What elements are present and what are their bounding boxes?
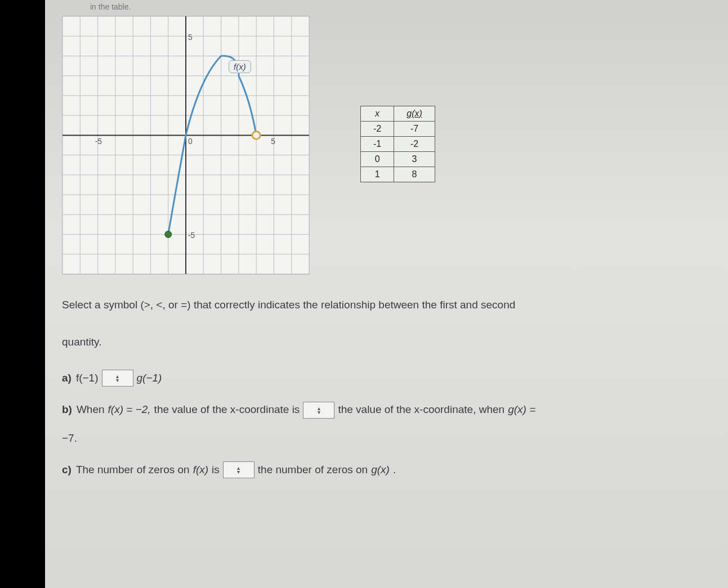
part-c-tail: .: [393, 461, 396, 478]
open-endpoint-icon: [252, 131, 260, 139]
x-tick-neg5: -5: [95, 137, 102, 146]
function-label-badge: f(x): [229, 60, 251, 73]
part-b-gx: g(x) =: [508, 401, 535, 418]
part-a-line: a) f(−1) ▴▾ g(−1): [62, 370, 711, 387]
part-b-label: b): [62, 401, 72, 418]
instruction-line-1: Select a symbol (>, <, or =) that correc…: [62, 291, 711, 318]
part-c-pre: The number of zeros on: [76, 461, 190, 478]
part-a-left: f(−1): [76, 370, 99, 387]
part-b-pre: When: [77, 401, 105, 418]
closed-endpoint-icon: [165, 231, 172, 238]
chevron-updown-icon: ▴▾: [116, 374, 119, 382]
x-tick-5: 5: [271, 137, 275, 146]
table-row: 1 8: [361, 167, 435, 182]
chevron-updown-icon: ▴▾: [318, 406, 320, 414]
worksheet-page: in the table.: [45, 0, 728, 588]
part-b-tail: −7.: [62, 430, 77, 447]
table-row: 0 3: [361, 152, 435, 167]
part-b-dropdown[interactable]: ▴▾: [303, 402, 334, 419]
part-b-mid1: the value of the x-coordinate is: [154, 401, 300, 418]
top-text-fragment: in the table.: [62, 0, 711, 16]
part-c-mid1: is: [212, 461, 220, 478]
y-tick-neg5: -5: [188, 231, 195, 240]
part-c-gx: g(x): [371, 461, 390, 478]
table-header-x: x: [361, 106, 394, 122]
part-a-dropdown[interactable]: ▴▾: [102, 370, 133, 387]
part-c-label: c): [62, 461, 72, 478]
g-function-table: x g(x) -2 -7 -1 -2 0 3 1 8: [360, 106, 435, 182]
part-b-line: b) When f(x) = −2, the value of the x-co…: [62, 401, 711, 418]
part-a-right: g(−1): [137, 370, 162, 387]
fx-curve: [168, 56, 256, 234]
part-b-tail-line: −7.: [62, 430, 711, 447]
instruction-line-2: quantity.: [62, 329, 711, 356]
part-c-mid2: the number of zeros on: [258, 461, 368, 478]
origin-label: 0: [188, 137, 193, 146]
chevron-updown-icon: ▴▾: [237, 466, 240, 474]
part-c-fx: f(x): [193, 461, 208, 478]
left-black-margin: [0, 0, 45, 588]
part-b-fx: f(x) = −2,: [108, 401, 151, 418]
part-a-label: a): [62, 370, 72, 387]
table-row: -2 -7: [361, 122, 435, 137]
y-tick-5: 5: [188, 33, 193, 42]
table-row: -1 -2: [361, 137, 435, 152]
part-c-line: c) The number of zeros on f(x) is ▴▾ the…: [62, 461, 711, 478]
function-graph: -5 0 5 5 -5 f(x): [62, 16, 310, 275]
table-header-gx: g(x): [394, 106, 435, 122]
part-b-mid2: the value of the x-coordinate, when: [338, 401, 504, 418]
part-c-dropdown[interactable]: ▴▾: [223, 461, 254, 478]
